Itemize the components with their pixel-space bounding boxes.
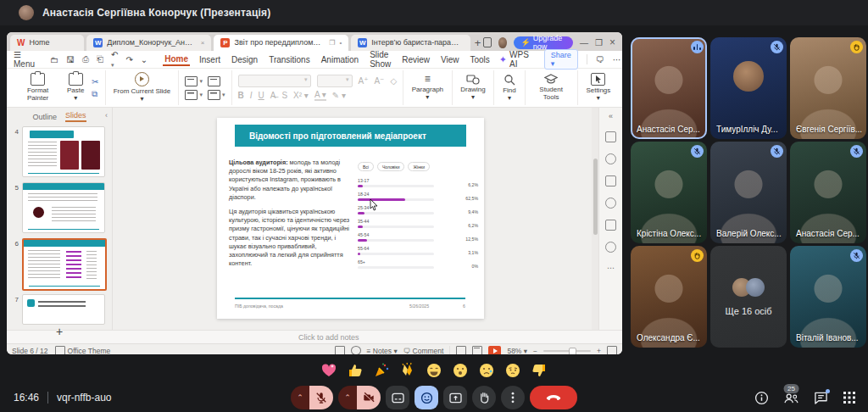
shared-screen-wps-window[interactable]: W Home W Диплом_Конорчук_Анастасія_Бак ×… [7,32,622,354]
drawing-button[interactable]: Drawing ▾ [459,74,488,102]
ribbon-tab-design[interactable]: Design [230,54,259,65]
thumbs-down-icon[interactable] [531,362,548,379]
info-button[interactable] [754,391,769,405]
menu-button[interactable]: ☰ Menu [14,50,35,69]
save-icon[interactable]: 🖫 [66,55,75,64]
theme-indicator[interactable]: Office Theme [55,346,111,354]
tab-document-2-active[interactable]: P Звіт про переддипломну пра ❐ • [214,35,348,51]
zoom-slider[interactable] [543,350,591,352]
participant-tile[interactable]: ТимурІлліч Ду... [710,37,787,139]
slides-tab[interactable]: Slides [65,111,86,122]
scroll-top-icon[interactable]: « [609,112,613,120]
overflow-tile[interactable]: Ще 16 осіб Ще 16 осіб [710,246,787,348]
settings-button[interactable]: Settings ▾ [584,73,613,103]
student-tools-button[interactable]: Student Tools [531,74,571,102]
participant-tile[interactable]: Олександра Є... [631,246,707,348]
new-slide-icon[interactable] [185,76,198,86]
comment-bubble-icon[interactable]: 🗨 [596,55,604,64]
fit-slide-icon[interactable] [607,346,617,354]
filter-women[interactable]: Жінки [408,162,429,171]
slide-sorter-icon[interactable] [472,346,482,354]
participant-tile[interactable]: Валерій Олекс... [710,142,787,243]
undo-icon[interactable]: ↶ ▾ [111,50,118,69]
face-surprised-icon[interactable] [452,362,469,379]
tab-overview-icon[interactable] [483,37,492,47]
zoom-level[interactable]: 58% ▾ [507,347,527,355]
ribbon-tab-insert[interactable]: Insert [198,54,222,65]
collapse-panel-icon[interactable]: ‹ [105,111,108,120]
more-panes-icon[interactable]: ⋯ [607,264,615,272]
filter-all[interactable]: Всі [358,162,374,171]
ribbon-tab-home[interactable]: Home [163,53,190,66]
participant-tile[interactable]: Євгенія Сергіїв... [790,37,866,139]
properties-pane-icon[interactable] [605,131,616,142]
party-popper-icon[interactable] [373,362,390,379]
close-icon[interactable]: × [609,36,615,48]
slide-title[interactable]: Відомості про підготовлений медіапроект [235,125,466,147]
mic-off-button[interactable] [309,386,333,409]
minimize-icon[interactable]: — [580,38,588,47]
share-button[interactable]: Share ▾ [544,49,578,70]
outline-tab[interactable]: Outline [32,113,57,121]
copy-icon[interactable]: ⧉ [92,90,98,98]
comment-toggle[interactable]: 🗨 Comment [403,347,444,355]
print-icon[interactable]: ⎗ [97,54,103,64]
section-icon[interactable] [208,90,220,100]
tab-document-3[interactable]: W Інтерв’ю бариста-парамедик Сергі [351,35,470,51]
slide-thumbnail-4[interactable]: 4 [7,126,112,177]
animation-pane-icon[interactable] [605,153,616,164]
status-icon-2[interactable] [351,346,361,354]
face-laughing-icon[interactable] [426,362,442,379]
sparkling-heart-icon[interactable] [320,362,337,379]
comments-pane-icon[interactable] [605,198,616,209]
present-button[interactable] [443,386,467,409]
more-options-button[interactable] [501,386,525,409]
slide-thumbnail-5[interactable]: 5 [7,182,112,233]
participant-tile[interactable]: Анастасія Сер... [790,142,866,243]
redo-icon[interactable]: ↷ [125,55,132,64]
tab-document-1[interactable]: W Диплом_Конорчук_Анастасія_Бак × [86,35,211,51]
participant-tile-self[interactable]: Анастасія Сер... [631,37,707,139]
ribbon-tab-view[interactable]: View [439,54,461,65]
open-file-icon[interactable]: 🗀 [50,55,58,64]
ribbon-tab-slideshow[interactable]: Slide Show [368,49,392,70]
mic-control[interactable]: ⌃ [291,386,333,409]
audience-age-chart[interactable]: Всі Чоловіки Жінки 13-176,2% 18-2462,5% … [358,162,478,273]
add-slide-button[interactable]: + [7,325,112,338]
tab-pin-icon[interactable]: ❐ [329,39,335,47]
slide-canvas[interactable]: Відомості про підготовлений медіапроект … [113,108,592,330]
chevron-down-icon[interactable]: ⌄ [141,55,147,64]
upgrade-button[interactable]: ⚡Upgrade now [514,36,573,49]
reactions-button[interactable] [415,386,438,409]
slide-layout-icon[interactable] [185,90,198,100]
find-button[interactable]: Find ▾ [500,74,518,103]
more-tools-icon[interactable]: ⋯ [613,55,621,64]
new-tab-button[interactable]: + [475,36,481,49]
canvas-scrollbar[interactable] [592,108,598,330]
clapping-hands-icon[interactable] [399,362,416,379]
thumbs-up-icon[interactable] [347,362,364,379]
selection-pane-icon[interactable] [605,175,616,187]
restore-icon[interactable]: ❐ [595,38,603,47]
participant-tile[interactable]: Віталій Іванов... [790,246,866,348]
help-pane-icon[interactable] [605,242,616,253]
notes-toggle[interactable]: ≡ Notes ▾ [367,347,398,355]
camera-options-chevron-icon[interactable]: ⌃ [338,386,357,409]
tab-home[interactable]: W Home [10,35,84,51]
account-avatar[interactable] [498,37,507,48]
tab-close-icon[interactable]: × [201,39,205,47]
activities-button[interactable] [843,391,856,404]
paste-button[interactable]: Paste ▾ [64,73,86,103]
ribbon-tab-tools[interactable]: Tools [468,54,491,65]
chat-button[interactable] [814,391,828,404]
zoom-in-button[interactable]: + [597,347,601,355]
slide-thumbnail-6-selected[interactable]: 6 [7,238,112,291]
raise-hand-button[interactable] [472,386,496,409]
captions-button[interactable] [386,386,409,409]
wps-ai-button[interactable]: ✦WPS AI [499,50,529,69]
normal-view-icon[interactable] [456,346,466,354]
ribbon-tab-transitions[interactable]: Transitions [267,54,312,65]
people-button[interactable]: 25 [783,392,799,404]
slide-thumbnail-7[interactable]: 7 [7,294,112,325]
ribbon-tab-review[interactable]: Review [400,54,431,65]
